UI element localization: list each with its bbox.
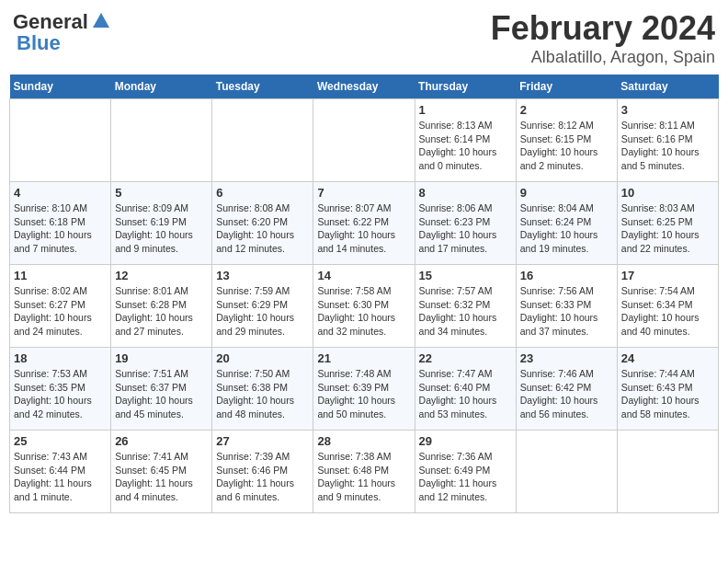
day-number: 26 <box>115 434 208 448</box>
calendar-cell <box>516 431 617 513</box>
day-number: 19 <box>115 351 208 365</box>
day-info: Sunrise: 7:38 AMSunset: 6:48 PMDaylight:… <box>317 450 410 504</box>
weekday-header-tuesday: Tuesday <box>212 75 313 99</box>
calendar-cell: 25Sunrise: 7:43 AMSunset: 6:44 PMDayligh… <box>10 431 111 513</box>
day-info: Sunrise: 7:59 AMSunset: 6:29 PMDaylight:… <box>216 284 309 339</box>
calendar-week-row: 4Sunrise: 8:10 AMSunset: 6:18 PMDaylight… <box>10 182 719 265</box>
day-number: 25 <box>14 434 107 448</box>
calendar-cell: 12Sunrise: 8:01 AMSunset: 6:28 PMDayligh… <box>111 265 212 348</box>
calendar-cell: 20Sunrise: 7:50 AMSunset: 6:38 PMDayligh… <box>212 348 313 431</box>
weekday-header-sunday: Sunday <box>10 75 111 99</box>
calendar-cell: 21Sunrise: 7:48 AMSunset: 6:39 PMDayligh… <box>313 348 415 431</box>
calendar-cell: 7Sunrise: 8:07 AMSunset: 6:22 PMDaylight… <box>313 182 415 265</box>
day-number: 3 <box>621 103 714 117</box>
calendar-cell: 3Sunrise: 8:11 AMSunset: 6:16 PMDaylight… <box>617 99 718 182</box>
day-number: 13 <box>216 269 309 282</box>
day-number: 5 <box>115 186 208 200</box>
weekday-header-saturday: Saturday <box>617 75 718 99</box>
calendar-week-row: 1Sunrise: 8:13 AMSunset: 6:14 PMDaylight… <box>10 99 719 182</box>
calendar-table: SundayMondayTuesdayWednesdayThursdayFrid… <box>9 75 719 513</box>
day-number: 16 <box>520 269 613 282</box>
title-section: February 2024 Albalatillo, Aragon, Spain <box>491 9 715 67</box>
calendar-week-row: 11Sunrise: 8:02 AMSunset: 6:27 PMDayligh… <box>10 265 719 348</box>
calendar-cell: 13Sunrise: 7:59 AMSunset: 6:29 PMDayligh… <box>212 265 313 348</box>
calendar-cell: 22Sunrise: 7:47 AMSunset: 6:40 PMDayligh… <box>415 348 516 431</box>
day-number: 21 <box>317 351 410 365</box>
day-number: 22 <box>419 351 512 365</box>
weekday-header-row: SundayMondayTuesdayWednesdayThursdayFrid… <box>10 75 719 99</box>
day-number: 17 <box>621 269 714 282</box>
calendar-cell: 26Sunrise: 7:41 AMSunset: 6:45 PMDayligh… <box>111 431 212 513</box>
day-info: Sunrise: 7:53 AMSunset: 6:35 PMDaylight:… <box>14 367 107 421</box>
day-info: Sunrise: 8:10 AMSunset: 6:18 PMDaylight:… <box>14 201 107 256</box>
calendar-cell: 14Sunrise: 7:58 AMSunset: 6:30 PMDayligh… <box>313 265 415 348</box>
day-number: 23 <box>520 351 613 365</box>
calendar-cell <box>617 431 718 513</box>
page-header: General Blue February 2024 Albalatillo, … <box>9 9 719 67</box>
day-number: 12 <box>115 269 208 282</box>
day-info: Sunrise: 7:57 AMSunset: 6:32 PMDaylight:… <box>419 284 512 339</box>
calendar-cell: 10Sunrise: 8:03 AMSunset: 6:25 PMDayligh… <box>617 182 718 265</box>
day-number: 27 <box>216 434 309 448</box>
day-number: 14 <box>317 269 410 282</box>
day-number: 9 <box>520 186 613 200</box>
logo-text-blue: Blue <box>17 31 61 54</box>
day-info: Sunrise: 8:11 AMSunset: 6:16 PMDaylight:… <box>621 119 714 173</box>
calendar-cell: 4Sunrise: 8:10 AMSunset: 6:18 PMDaylight… <box>10 182 111 265</box>
day-info: Sunrise: 8:02 AMSunset: 6:27 PMDaylight:… <box>14 284 107 339</box>
day-info: Sunrise: 7:46 AMSunset: 6:42 PMDaylight:… <box>520 367 613 421</box>
calendar-cell: 17Sunrise: 7:54 AMSunset: 6:34 PMDayligh… <box>617 265 718 348</box>
day-info: Sunrise: 7:58 AMSunset: 6:30 PMDaylight:… <box>317 284 410 339</box>
weekday-header-thursday: Thursday <box>415 75 516 99</box>
weekday-header-wednesday: Wednesday <box>313 75 415 99</box>
day-number: 11 <box>14 269 107 282</box>
calendar-week-row: 25Sunrise: 7:43 AMSunset: 6:44 PMDayligh… <box>10 431 719 513</box>
day-info: Sunrise: 8:03 AMSunset: 6:25 PMDaylight:… <box>621 201 714 256</box>
calendar-cell: 18Sunrise: 7:53 AMSunset: 6:35 PMDayligh… <box>10 348 111 431</box>
day-info: Sunrise: 7:41 AMSunset: 6:45 PMDaylight:… <box>115 450 208 504</box>
svg-marker-0 <box>93 13 109 28</box>
day-number: 2 <box>520 103 613 117</box>
calendar-cell: 6Sunrise: 8:08 AMSunset: 6:20 PMDaylight… <box>212 182 313 265</box>
logo-text-general: General <box>13 12 88 32</box>
day-number: 8 <box>419 186 512 200</box>
calendar-cell: 24Sunrise: 7:44 AMSunset: 6:43 PMDayligh… <box>617 348 718 431</box>
day-info: Sunrise: 7:54 AMSunset: 6:34 PMDaylight:… <box>621 284 714 339</box>
calendar-cell: 29Sunrise: 7:36 AMSunset: 6:49 PMDayligh… <box>415 431 516 513</box>
day-number: 28 <box>317 434 410 448</box>
calendar-cell: 19Sunrise: 7:51 AMSunset: 6:37 PMDayligh… <box>111 348 212 431</box>
day-info: Sunrise: 8:04 AMSunset: 6:24 PMDaylight:… <box>520 201 613 256</box>
day-number: 29 <box>419 434 512 448</box>
day-info: Sunrise: 7:47 AMSunset: 6:40 PMDaylight:… <box>419 367 512 421</box>
day-info: Sunrise: 7:43 AMSunset: 6:44 PMDaylight:… <box>14 450 107 504</box>
day-info: Sunrise: 8:08 AMSunset: 6:20 PMDaylight:… <box>216 201 309 256</box>
day-info: Sunrise: 7:39 AMSunset: 6:46 PMDaylight:… <box>216 450 309 504</box>
day-info: Sunrise: 7:51 AMSunset: 6:37 PMDaylight:… <box>115 367 208 421</box>
calendar-cell: 16Sunrise: 7:56 AMSunset: 6:33 PMDayligh… <box>516 265 617 348</box>
calendar-week-row: 18Sunrise: 7:53 AMSunset: 6:35 PMDayligh… <box>10 348 719 431</box>
day-number: 15 <box>419 269 512 282</box>
day-info: Sunrise: 8:13 AMSunset: 6:14 PMDaylight:… <box>419 119 512 173</box>
day-info: Sunrise: 7:36 AMSunset: 6:49 PMDaylight:… <box>419 450 512 504</box>
day-info: Sunrise: 8:09 AMSunset: 6:19 PMDaylight:… <box>115 201 208 256</box>
day-number: 24 <box>621 351 714 365</box>
day-info: Sunrise: 8:06 AMSunset: 6:23 PMDaylight:… <box>419 201 512 256</box>
calendar-subtitle: Albalatillo, Aragon, Spain <box>491 48 715 67</box>
day-info: Sunrise: 8:12 AMSunset: 6:15 PMDaylight:… <box>520 119 613 173</box>
day-number: 7 <box>317 186 410 200</box>
calendar-cell <box>10 99 111 182</box>
day-number: 4 <box>14 186 107 200</box>
calendar-cell: 28Sunrise: 7:38 AMSunset: 6:48 PMDayligh… <box>313 431 415 513</box>
day-info: Sunrise: 7:44 AMSunset: 6:43 PMDaylight:… <box>621 367 714 421</box>
day-number: 20 <box>216 351 309 365</box>
weekday-header-monday: Monday <box>111 75 212 99</box>
calendar-cell: 11Sunrise: 8:02 AMSunset: 6:27 PMDayligh… <box>10 265 111 348</box>
logo: General Blue <box>13 9 111 55</box>
day-number: 1 <box>419 103 512 117</box>
calendar-title: February 2024 <box>491 9 715 48</box>
calendar-cell: 5Sunrise: 8:09 AMSunset: 6:19 PMDaylight… <box>111 182 212 265</box>
calendar-cell <box>212 99 313 182</box>
day-number: 18 <box>14 351 107 365</box>
logo-arrow-icon <box>91 11 111 31</box>
weekday-header-friday: Friday <box>516 75 617 99</box>
